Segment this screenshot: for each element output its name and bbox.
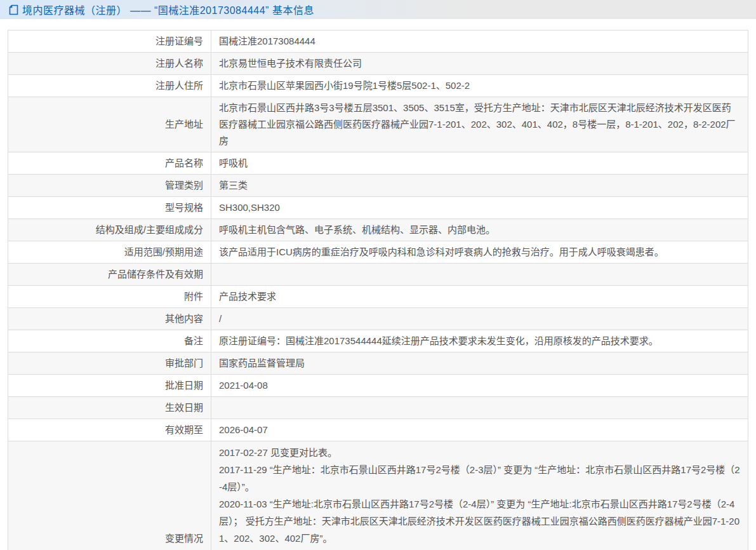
table-row: 产品名称呼吸机 [8, 152, 748, 175]
row-value: 2021-04-08 [211, 375, 748, 397]
row-label: 备注 [8, 330, 211, 352]
row-value: 产品技术要求 [211, 286, 748, 308]
row-label: 产品储存条件及有效期 [8, 264, 211, 286]
row-value: 北京市石景山区苹果园西小街19号院1号楼5层502-1、502-2 [211, 75, 748, 97]
change-entry: 2017-11-29 “生产地址：北京市石景山区西井路17号2号楼（2-3层）”… [219, 461, 740, 495]
table-row: 批准日期2021-04-08 [8, 375, 748, 397]
row-label: 批准日期 [8, 375, 211, 397]
row-label: 审批部门 [8, 352, 211, 375]
table-row: 注册证编号国械注准20173084444 [8, 30, 748, 53]
row-value: 国械注准20173084444 [211, 30, 748, 53]
row-value: 呼吸机 [211, 152, 748, 175]
row-value: 该产品适用于ICU病房的重症治疗及呼吸内科和急诊科对呼衰病人的抢救与治疗。用于成… [211, 241, 748, 264]
table-row: 适用范围/预期用途该产品适用于ICU病房的重症治疗及呼吸内科和急诊科对呼衰病人的… [8, 241, 748, 264]
table-row: 生效日期 [8, 397, 748, 419]
table-row: 型号规格SH300,SH320 [8, 197, 748, 219]
table-row: 附件产品技术要求 [8, 286, 748, 308]
table-row: 管理类别第三类 [8, 175, 748, 197]
row-label: 型号规格 [8, 197, 211, 219]
row-label: 生效日期 [8, 397, 211, 419]
row-value: 北京易世恒电子技术有限责任公司 [211, 53, 748, 75]
row-value: 2017-02-27 见变更对比表。2017-11-29 “生产地址：北京市石景… [211, 441, 748, 550]
row-value: 原注册证编号：国械注准20173544444延续注册产品技术要求未发生变化，沿用… [211, 330, 748, 352]
change-entry: 2020-11-18 “注册人住所：北京市石景山区西井路17号2号楼（2-3层）… [219, 547, 740, 550]
table-row: 注册人住所北京市石景山区苹果园西小街19号院1号楼5层502-1、502-2 [8, 75, 748, 97]
row-label: 有效期至 [8, 419, 211, 441]
table-row: 其他内容/ [8, 308, 748, 330]
table-row: 审批部门国家药品监督管理局 [8, 352, 748, 375]
row-value: SH300,SH320 [211, 197, 748, 219]
registration-info-table: 注册证编号国械注准20173084444注册人名称北京易世恒电子技术有限责任公司… [8, 30, 748, 550]
row-label: 注册人名称 [8, 53, 211, 75]
row-value: / [211, 308, 748, 330]
table-row: 生产地址北京市石景山区西井路3号3号楼五层3501、3505、3515室，受托方… [8, 97, 748, 152]
row-value [211, 264, 748, 286]
row-label: 其他内容 [8, 308, 211, 330]
table-row: 产品储存条件及有效期 [8, 264, 748, 286]
table-row: 结构及组成/主要组成成分呼吸机主机包含气路、电子系统、机械结构、显示器、内部电池… [8, 219, 748, 241]
row-label: 结构及组成/主要组成成分 [8, 219, 211, 241]
document-icon [9, 4, 18, 15]
info-table-body: 注册证编号国械注准20173084444注册人名称北京易世恒电子技术有限责任公司… [8, 30, 748, 550]
page-header: 境内医疗器械（注册） —— “国械注准20173084444” 基本信息 [0, 0, 756, 19]
row-label: 变更情况 [8, 441, 211, 550]
table-row: 注册人名称北京易世恒电子技术有限责任公司 [8, 53, 748, 75]
table-row: 变更情况2017-02-27 见变更对比表。2017-11-29 “生产地址：北… [8, 441, 748, 550]
change-entry: 2017-02-27 见变更对比表。 [219, 444, 740, 461]
table-row: 备注原注册证编号：国械注准20173544444延续注册产品技术要求未发生变化，… [8, 330, 748, 352]
table-row: 有效期至2026-04-07 [8, 419, 748, 441]
row-label: 注册人住所 [8, 75, 211, 97]
row-value: 2026-04-07 [211, 419, 748, 441]
row-value: 呼吸机主机包含气路、电子系统、机械结构、显示器、内部电池。 [211, 219, 748, 241]
row-label: 注册证编号 [8, 30, 211, 53]
row-value: 国家药品监督管理局 [211, 352, 748, 375]
row-value: 北京市石景山区西井路3号3号楼五层3501、3505、3515室，受托方生产地址… [211, 97, 748, 152]
row-value: 第三类 [211, 175, 748, 197]
row-label: 适用范围/预期用途 [8, 241, 211, 264]
page-title: 境内医疗器械（注册） —— “国械注准20173084444” 基本信息 [22, 2, 314, 17]
row-label: 管理类别 [8, 175, 211, 197]
row-label: 生产地址 [8, 97, 211, 152]
row-label: 附件 [8, 286, 211, 308]
change-entry: 2020-11-03 “生产地址:北京市石景山区西井路17号2号楼（2-4层）”… [219, 495, 740, 547]
row-value [211, 397, 748, 419]
row-label: 产品名称 [8, 152, 211, 175]
